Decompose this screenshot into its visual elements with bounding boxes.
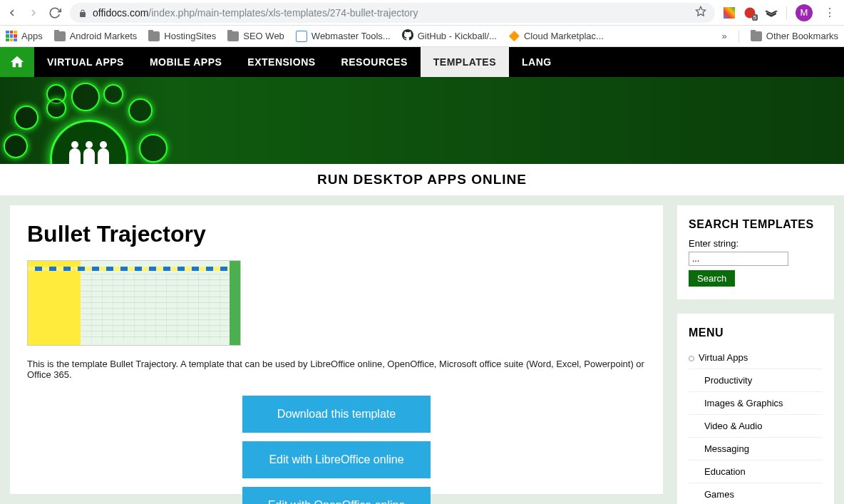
folder-icon	[54, 31, 66, 41]
forward-button[interactable]	[27, 6, 40, 19]
menu-item[interactable]: Video & Audio	[689, 415, 823, 438]
address-bar[interactable]: offidocs.com/index.php/main-templates/xl…	[70, 3, 715, 23]
browser-menu-button[interactable]: ⋮	[821, 6, 838, 19]
bookmark-label: Apps	[21, 31, 43, 41]
sidebar: SEARCH TEMPLATES Enter string: Search ME…	[677, 205, 834, 494]
star-icon[interactable]	[695, 6, 706, 19]
bookmark-label: Cloud Marketplac...	[524, 31, 604, 41]
svg-marker-0	[696, 6, 705, 16]
search-label: Enter string:	[689, 238, 823, 249]
url-text: offidocs.com/index.php/main-templates/xl…	[93, 7, 689, 19]
browser-toolbar: offidocs.com/index.php/main-templates/xl…	[0, 0, 844, 26]
apps-shortcut[interactable]: Apps	[6, 31, 43, 42]
action-buttons: Download this template Edit with LibreOf…	[27, 396, 646, 504]
menu-title: MENU	[689, 326, 823, 339]
edit-libreoffice-button[interactable]: Edit with LibreOffice online	[242, 441, 431, 478]
nav-extensions[interactable]: EXTENSIONS	[235, 47, 328, 77]
nav-resources[interactable]: RESOURCES	[329, 47, 421, 77]
extension-icon[interactable]	[724, 7, 735, 19]
template-thumbnail[interactable]	[27, 260, 241, 346]
site-nav: VIRTUAL APPS MOBILE APPS EXTENSIONS RESO…	[0, 47, 844, 77]
folder-icon	[227, 31, 239, 41]
site-icon: 🔶	[508, 31, 520, 42]
search-title: SEARCH TEMPLATES	[689, 218, 823, 231]
search-box: SEARCH TEMPLATES Enter string: Search	[677, 205, 834, 299]
bookmark-label: Webmaster Tools...	[312, 31, 391, 41]
extension-icons: 5 M ⋮	[724, 4, 838, 21]
back-button[interactable]	[6, 6, 19, 19]
menu-item[interactable]: Messaging	[689, 438, 823, 461]
nav-virtual-apps[interactable]: VIRTUAL APPS	[34, 47, 137, 77]
nav-mobile-apps[interactable]: MOBILE APPS	[137, 47, 235, 77]
bookmark-label: GitHub - Kickball/...	[418, 31, 497, 41]
bookmark-label: HostingSites	[164, 31, 216, 41]
tagline-text: RUN DESKTOP APPS ONLINE	[317, 172, 527, 187]
menu-item[interactable]: Games	[689, 483, 823, 504]
bookmark-item[interactable]: Webmaster Tools...	[296, 31, 391, 42]
page-title: Bullet Trajectory	[27, 221, 646, 247]
main-content: Bullet Trajectory This is the template B…	[10, 205, 663, 494]
profile-avatar[interactable]: M	[796, 4, 813, 21]
folder-icon	[148, 31, 160, 41]
edit-openoffice-button[interactable]: Edit with OpenOffice online	[242, 487, 431, 504]
lock-icon	[78, 9, 87, 17]
reload-button[interactable]	[48, 6, 61, 19]
home-button[interactable]	[0, 47, 34, 77]
menu-item[interactable]: Education	[689, 461, 823, 483]
bookmark-item[interactable]: SEO Web	[227, 31, 284, 41]
folder-icon	[751, 31, 762, 41]
download-button[interactable]: Download this template	[242, 396, 431, 433]
bookmark-item[interactable]: 🔶Cloud Marketplac...	[508, 31, 604, 42]
tagline-banner: RUN DESKTOP APPS ONLINE	[0, 164, 844, 195]
menu-item[interactable]: Productivity	[689, 369, 823, 392]
menu-box: MENU Virtual Apps Productivity Images & …	[677, 314, 834, 504]
hero-graphic	[7, 84, 171, 164]
bookmark-item[interactable]: GitHub - Kickball/...	[402, 29, 497, 43]
apps-icon	[6, 31, 17, 42]
search-input[interactable]	[689, 252, 788, 266]
nav-templates[interactable]: TEMPLATES	[421, 47, 509, 77]
menu-item[interactable]: Images & Graphics	[689, 392, 823, 415]
bookmark-label: SEO Web	[243, 31, 284, 41]
bookmarks-bar: Apps Android Markets HostingSites SEO We…	[0, 26, 844, 47]
overflow-chevron-icon[interactable]: »	[722, 31, 727, 41]
menu-item-virtual-apps[interactable]: Virtual Apps	[689, 346, 823, 369]
nav-lang[interactable]: LANG	[509, 47, 565, 77]
extension-icon[interactable]	[765, 6, 778, 19]
bookmark-label: Android Markets	[70, 31, 138, 41]
site-icon	[296, 31, 307, 42]
other-bookmarks[interactable]: Other Bookmarks	[751, 31, 838, 41]
divider	[786, 6, 787, 19]
search-button[interactable]: Search	[689, 270, 735, 287]
divider	[738, 30, 739, 43]
menu-list: Virtual Apps Productivity Images & Graph…	[689, 346, 823, 504]
bookmark-item[interactable]: HostingSites	[148, 31, 216, 41]
hero-banner	[0, 77, 844, 164]
badge-count: 5	[752, 14, 758, 21]
github-icon	[402, 29, 413, 43]
bookmark-item[interactable]: Android Markets	[54, 31, 138, 41]
template-description: This is the template Bullet Trajectory. …	[27, 359, 646, 380]
extension-icon-badge[interactable]: 5	[743, 6, 756, 19]
home-icon	[9, 54, 25, 70]
bookmark-label: Other Bookmarks	[766, 31, 838, 41]
page-body: Bullet Trajectory This is the template B…	[0, 195, 844, 504]
